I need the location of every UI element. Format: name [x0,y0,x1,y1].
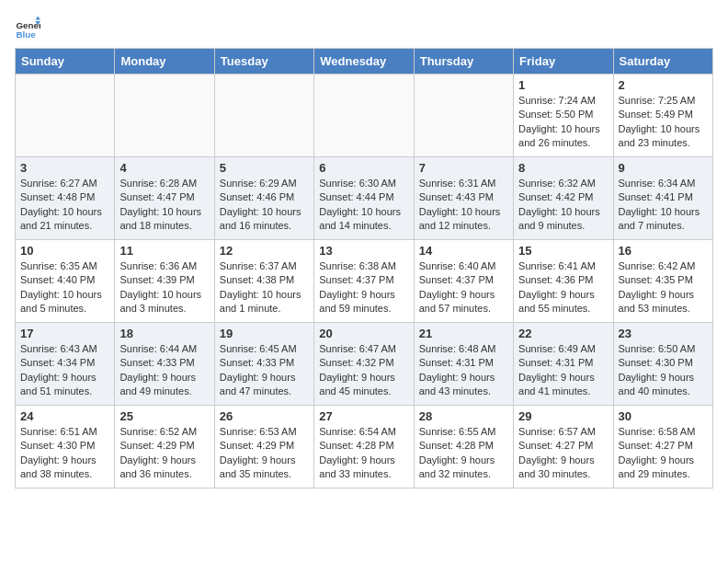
calendar-cell [414,75,513,157]
weekday-header-monday: Monday [115,49,214,75]
calendar-week-row: 24Sunrise: 6:51 AM Sunset: 4:30 PM Dayli… [16,406,713,488]
calendar-cell: 2Sunrise: 7:25 AM Sunset: 5:49 PM Daylig… [613,75,712,157]
logo-icon: General Blue [15,15,40,40]
day-info: Sunrise: 6:52 AM Sunset: 4:29 PM Dayligh… [119,425,209,482]
calendar-cell: 16Sunrise: 6:42 AM Sunset: 4:35 PM Dayli… [613,240,712,323]
calendar-cell: 3Sunrise: 6:27 AM Sunset: 4:48 PM Daylig… [16,157,115,240]
svg-text:Blue: Blue [16,29,36,40]
calendar-cell: 15Sunrise: 6:41 AM Sunset: 4:36 PM Dayli… [514,240,613,323]
calendar-cell: 12Sunrise: 6:37 AM Sunset: 4:38 PM Dayli… [214,240,313,323]
header: General Blue [15,15,713,40]
day-info: Sunrise: 6:30 AM Sunset: 4:44 PM Dayligh… [319,177,408,234]
day-number: 6 [319,161,408,175]
calendar-cell [214,75,313,157]
calendar-cell: 21Sunrise: 6:48 AM Sunset: 4:31 PM Dayli… [414,323,513,406]
day-number: 11 [119,244,209,258]
calendar-cell: 7Sunrise: 6:31 AM Sunset: 4:43 PM Daylig… [414,157,513,240]
calendar-cell [314,75,414,157]
calendar-cell: 1Sunrise: 7:24 AM Sunset: 5:50 PM Daylig… [514,75,613,157]
day-number: 15 [518,244,608,258]
calendar-cell: 14Sunrise: 6:40 AM Sunset: 4:37 PM Dayli… [414,240,513,323]
day-number: 5 [220,161,309,175]
day-number: 20 [319,327,408,340]
calendar-cell: 10Sunrise: 6:35 AM Sunset: 4:40 PM Dayli… [16,240,115,323]
day-number: 24 [20,409,109,423]
day-number: 27 [319,409,408,423]
day-info: Sunrise: 6:35 AM Sunset: 4:40 PM Dayligh… [20,259,109,316]
day-number: 8 [518,161,608,175]
calendar-cell: 17Sunrise: 6:43 AM Sunset: 4:34 PM Dayli… [16,323,115,406]
calendar-cell: 4Sunrise: 6:28 AM Sunset: 4:47 PM Daylig… [115,157,214,240]
calendar-cell: 23Sunrise: 6:50 AM Sunset: 4:30 PM Dayli… [613,323,712,406]
day-info: Sunrise: 6:40 AM Sunset: 4:37 PM Dayligh… [419,259,508,316]
day-number: 7 [419,161,508,175]
day-number: 28 [419,409,508,423]
weekday-header-sunday: Sunday [16,49,115,75]
day-info: Sunrise: 6:45 AM Sunset: 4:33 PM Dayligh… [220,342,309,399]
calendar-cell: 29Sunrise: 6:57 AM Sunset: 4:27 PM Dayli… [514,406,613,488]
calendar-cell [115,75,214,157]
day-info: Sunrise: 6:50 AM Sunset: 4:30 PM Dayligh… [619,342,708,399]
day-info: Sunrise: 6:28 AM Sunset: 4:47 PM Dayligh… [119,177,209,234]
day-number: 26 [220,409,309,423]
calendar-cell: 22Sunrise: 6:49 AM Sunset: 4:31 PM Dayli… [514,323,613,406]
day-number: 23 [619,327,708,340]
day-number: 4 [119,161,209,175]
day-number: 12 [220,244,309,258]
calendar-week-row: 1Sunrise: 7:24 AM Sunset: 5:50 PM Daylig… [16,75,713,157]
day-info: Sunrise: 6:47 AM Sunset: 4:32 PM Dayligh… [319,342,408,399]
day-number: 3 [20,161,109,175]
day-number: 30 [619,409,708,423]
calendar-cell: 18Sunrise: 6:44 AM Sunset: 4:33 PM Dayli… [115,323,214,406]
day-info: Sunrise: 6:57 AM Sunset: 4:27 PM Dayligh… [518,425,608,482]
calendar-cell: 19Sunrise: 6:45 AM Sunset: 4:33 PM Dayli… [214,323,313,406]
weekday-header-tuesday: Tuesday [214,49,313,75]
day-info: Sunrise: 6:43 AM Sunset: 4:34 PM Dayligh… [20,342,109,399]
calendar-cell: 25Sunrise: 6:52 AM Sunset: 4:29 PM Dayli… [115,406,214,488]
logo: General Blue [15,15,40,40]
day-number: 1 [518,78,608,92]
calendar-cell: 20Sunrise: 6:47 AM Sunset: 4:32 PM Dayli… [314,323,414,406]
day-info: Sunrise: 6:51 AM Sunset: 4:30 PM Dayligh… [20,425,109,482]
day-info: Sunrise: 6:42 AM Sunset: 4:35 PM Dayligh… [619,259,708,316]
day-info: Sunrise: 6:44 AM Sunset: 4:33 PM Dayligh… [119,342,209,399]
day-number: 16 [619,244,708,258]
day-number: 25 [119,409,209,423]
calendar-cell: 27Sunrise: 6:54 AM Sunset: 4:28 PM Dayli… [314,406,414,488]
day-info: Sunrise: 6:58 AM Sunset: 4:27 PM Dayligh… [619,425,708,482]
day-info: Sunrise: 6:34 AM Sunset: 4:41 PM Dayligh… [619,177,708,234]
day-number: 9 [619,161,708,175]
weekday-header-friday: Friday [514,49,613,75]
calendar-cell: 5Sunrise: 6:29 AM Sunset: 4:46 PM Daylig… [214,157,313,240]
calendar-cell: 26Sunrise: 6:53 AM Sunset: 4:29 PM Dayli… [214,406,313,488]
day-info: Sunrise: 6:36 AM Sunset: 4:39 PM Dayligh… [119,259,209,316]
day-info: Sunrise: 7:24 AM Sunset: 5:50 PM Dayligh… [518,94,608,151]
weekday-header-row: SundayMondayTuesdayWednesdayThursdayFrid… [16,49,713,75]
day-info: Sunrise: 6:31 AM Sunset: 4:43 PM Dayligh… [419,177,508,234]
calendar-cell [16,75,115,157]
day-info: Sunrise: 6:48 AM Sunset: 4:31 PM Dayligh… [419,342,508,399]
calendar-cell: 11Sunrise: 6:36 AM Sunset: 4:39 PM Dayli… [115,240,214,323]
calendar-cell: 28Sunrise: 6:55 AM Sunset: 4:28 PM Dayli… [414,406,513,488]
day-info: Sunrise: 6:55 AM Sunset: 4:28 PM Dayligh… [419,425,508,482]
calendar-cell: 9Sunrise: 6:34 AM Sunset: 4:41 PM Daylig… [613,157,712,240]
day-info: Sunrise: 6:29 AM Sunset: 4:46 PM Dayligh… [220,177,309,234]
day-info: Sunrise: 7:25 AM Sunset: 5:49 PM Dayligh… [619,94,708,151]
weekday-header-wednesday: Wednesday [314,49,414,75]
day-number: 18 [119,327,209,340]
calendar-cell: 30Sunrise: 6:58 AM Sunset: 4:27 PM Dayli… [613,406,712,488]
day-info: Sunrise: 6:53 AM Sunset: 4:29 PM Dayligh… [220,425,309,482]
day-number: 14 [419,244,508,258]
svg-marker-2 [35,16,40,19]
calendar-week-row: 10Sunrise: 6:35 AM Sunset: 4:40 PM Dayli… [16,240,713,323]
weekday-header-saturday: Saturday [613,49,712,75]
day-info: Sunrise: 6:38 AM Sunset: 4:37 PM Dayligh… [319,259,408,316]
day-info: Sunrise: 6:27 AM Sunset: 4:48 PM Dayligh… [20,177,109,234]
calendar-table: SundayMondayTuesdayWednesdayThursdayFrid… [15,48,713,488]
day-number: 2 [619,78,708,92]
day-number: 13 [319,244,408,258]
day-number: 22 [518,327,608,340]
day-info: Sunrise: 6:37 AM Sunset: 4:38 PM Dayligh… [220,259,309,316]
calendar-cell: 13Sunrise: 6:38 AM Sunset: 4:37 PM Dayli… [314,240,414,323]
calendar-cell: 6Sunrise: 6:30 AM Sunset: 4:44 PM Daylig… [314,157,414,240]
